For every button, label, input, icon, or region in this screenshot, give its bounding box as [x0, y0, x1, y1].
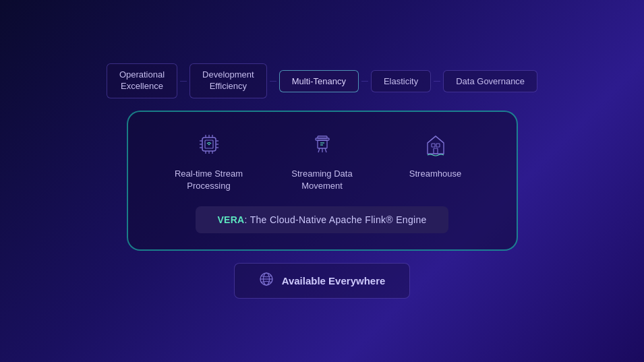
streaming-label: Streaming Data Movement — [291, 168, 352, 192]
svg-rect-22 — [434, 148, 438, 154]
tabs-row: Operational Excellence Development Effic… — [46, 63, 599, 98]
tab-multitenancy[interactable]: Multi-Tenancy — [279, 70, 359, 92]
globe-icon — [259, 272, 274, 290]
main-container: Operational Excellence Development Effic… — [46, 63, 599, 298]
streamhouse-icon — [422, 131, 449, 161]
svg-line-19 — [325, 148, 326, 152]
tab-connector-4 — [434, 81, 440, 82]
vera-colon: : The Cloud-Native Apache Flink® Engine — [245, 214, 427, 225]
tab-elasticity[interactable]: Elasticity — [371, 70, 431, 92]
svg-rect-23 — [432, 144, 435, 147]
tab-connector-3 — [361, 81, 368, 82]
tab-connector-2 — [270, 81, 276, 82]
middle-card: Real-time Stream Processing — [127, 111, 518, 250]
items-row: Real-time Stream Processing — [169, 131, 476, 192]
available-everywhere-pill: Available Everywhere — [234, 263, 411, 299]
item-streamhouse: Streamhouse — [395, 131, 476, 180]
svg-rect-16 — [318, 140, 327, 148]
svg-rect-24 — [436, 144, 440, 147]
streaming-icon — [309, 131, 336, 161]
tab-operational[interactable]: Operational Excellence — [107, 63, 177, 98]
tab-development[interactable]: Development Efficiency — [189, 63, 267, 98]
realtime-icon — [196, 131, 223, 161]
item-streaming: Streaming Data Movement — [282, 131, 363, 192]
vera-text: VERA — [217, 214, 244, 225]
svg-line-17 — [318, 148, 320, 152]
tab-connector-1 — [180, 81, 187, 82]
available-everywhere-label: Available Everywhere — [282, 275, 386, 286]
streamhouse-label: Streamhouse — [409, 168, 461, 180]
vera-bar: VERA: The Cloud-Native Apache Flink® Eng… — [196, 206, 448, 233]
realtime-label: Real-time Stream Processing — [175, 168, 243, 192]
tab-datagovernance[interactable]: Data Governance — [443, 70, 537, 92]
item-realtime: Real-time Stream Processing — [169, 131, 250, 192]
